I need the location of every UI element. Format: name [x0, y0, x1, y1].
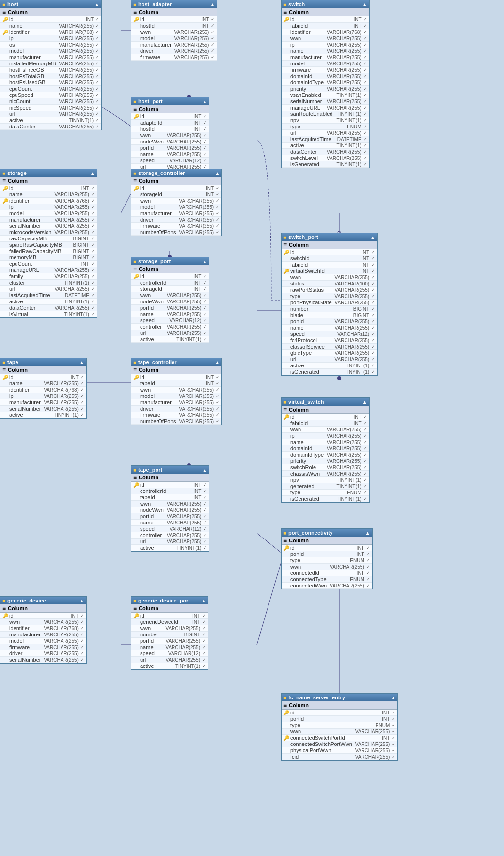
column-header-row: ≡Column: [282, 8, 369, 16]
table-header-fc_name_server_entry[interactable]: ■fc_name_server_entry▲: [282, 694, 397, 701]
table-header-generic_device[interactable]: ■generic_device▲: [0, 597, 86, 604]
table-row: manufacturerVARCHAR(255)✓: [131, 210, 221, 217]
table-header-switch[interactable]: ■switch▲: [282, 0, 369, 8]
col-type: VARCHAR(255): [44, 651, 79, 656]
col-name: type: [290, 124, 344, 129]
table-row: isGeneratedTINYINT(1)✓: [282, 161, 369, 168]
col-type: VARCHAR(255): [327, 446, 362, 451]
col-check: ✓: [203, 482, 207, 487]
col-name: fcid: [290, 754, 352, 760]
table-header-host_port[interactable]: ■host_port▲: [131, 97, 209, 105]
col-type: INT: [382, 710, 390, 715]
table-header-tape_port[interactable]: ■tape_port▲: [131, 466, 209, 474]
expand-icon[interactable]: ▲: [362, 399, 367, 405]
table-header-storage[interactable]: ■storage▲: [0, 169, 97, 177]
table-row: hostIdINT✓: [131, 23, 217, 29]
table-row: tapeIdINT✓: [131, 494, 209, 501]
table-row: manufacturerVARCHAR(255)✓: [0, 399, 86, 406]
table-header-storage_controller[interactable]: ■storage_controller▲: [131, 169, 221, 177]
col-name: firmware: [290, 67, 324, 73]
table-row: speedVARCHAR(12)✓: [282, 331, 377, 337]
col-check: ✓: [80, 632, 84, 637]
expand-icon[interactable]: ▲: [79, 360, 84, 365]
col-check: ✓: [216, 400, 220, 405]
col-type: INT: [357, 571, 364, 576]
pk-icon: 🔑: [284, 545, 289, 551]
table-header-generic_device_port[interactable]: ■generic_device_port▲: [131, 597, 208, 604]
table-icon: ■: [133, 171, 136, 176]
expand-icon[interactable]: ▲: [362, 2, 367, 7]
table-row: lastAcquiredTimeDATETIME✓: [282, 136, 369, 143]
expand-icon[interactable]: ▲: [203, 99, 207, 104]
expand-icon[interactable]: ▲: [94, 2, 99, 7]
pk-icon: 🔑: [133, 375, 139, 380]
column-label: Column: [139, 266, 158, 272]
table-title: port_connectivity: [288, 530, 333, 536]
expand-icon[interactable]: ▲: [215, 360, 220, 365]
col-check: ✓: [95, 99, 99, 104]
table-row: genericDeviceIdINT✓: [131, 619, 208, 625]
column-eq-icon: ≡: [133, 605, 137, 612]
col-type: VARCHAR(255): [335, 338, 370, 343]
column-header-row: ≡Column: [282, 537, 372, 545]
col-name: name: [290, 439, 324, 445]
col-type: VARCHAR(255): [59, 55, 94, 60]
col-type: VARCHAR(255): [167, 312, 202, 317]
table-row: installedMemoryMBVARCHAR(255)✓: [0, 61, 101, 67]
col-check: ✓: [95, 124, 99, 129]
table-title: host_adapter: [138, 1, 172, 7]
expand-icon[interactable]: ▲: [215, 171, 220, 176]
col-type: VARCHAR(255): [54, 205, 89, 210]
table-row: manufacturerVARCHAR(255)✓: [131, 42, 217, 48]
table-row: cpuCountVARCHAR(255)✓: [0, 86, 101, 92]
table-header-tape_controller[interactable]: ■tape_controller▲: [131, 358, 221, 366]
col-check: ✓: [95, 86, 99, 91]
col-type: INT: [357, 552, 364, 557]
col-type: VARCHAR(255): [166, 626, 201, 631]
table-row: urlVARCHAR(255)✓: [131, 539, 209, 545]
col-name: name: [140, 520, 164, 525]
expand-icon[interactable]: ▲: [201, 598, 206, 603]
expand-icon[interactable]: ▲: [203, 259, 207, 264]
col-name: memoryMB: [9, 254, 70, 260]
table-row: osVARCHAR(255)✓: [0, 42, 101, 48]
table-icon: ■: [284, 695, 286, 700]
col-type: VARCHAR(255): [59, 36, 94, 41]
expand-icon[interactable]: ▲: [203, 467, 207, 473]
table-header-switch_port[interactable]: ■switch_port▲: [282, 233, 377, 241]
table-header-tape[interactable]: ■tape▲: [0, 358, 86, 366]
table-row: familyVARCHAR(255)✓: [0, 273, 97, 280]
col-type: INT: [357, 545, 364, 551]
col-name: cluster: [9, 280, 62, 285]
expand-icon[interactable]: ▲: [90, 171, 95, 176]
expand-icon[interactable]: ▲: [370, 235, 375, 240]
expand-icon[interactable]: ▲: [365, 530, 370, 536]
col-check: ✓: [211, 17, 215, 22]
col-name: id: [140, 185, 203, 191]
col-check: ✓: [371, 256, 375, 261]
expand-icon[interactable]: ▲: [391, 695, 395, 700]
col-type: VARCHAR(255): [174, 48, 209, 54]
table-row: lastAcquiredTimeDATETIME✓: [0, 292, 97, 299]
table-header-port_connectivity[interactable]: ■port_connectivity▲: [282, 529, 372, 537]
col-check: ✓: [363, 143, 367, 148]
col-type: VARCHAR(255): [167, 299, 202, 304]
col-name: name: [9, 191, 51, 197]
table-header-storage_port[interactable]: ■storage_port▲: [131, 257, 209, 265]
table-header-host_adapter[interactable]: ■host_adapter▲: [131, 0, 217, 8]
col-check: ✓: [80, 613, 84, 618]
table-header-virtual_switch[interactable]: ■virtual_switch▲: [282, 398, 369, 406]
col-type: ENUM: [376, 723, 390, 728]
expand-icon[interactable]: ▲: [210, 2, 215, 7]
expand-icon[interactable]: ▲: [79, 598, 84, 603]
col-type: VARCHAR(255): [327, 55, 362, 60]
col-check: ✓: [363, 55, 367, 60]
table-header-host[interactable]: ■host▲: [0, 0, 101, 8]
col-type: ENUM: [347, 490, 361, 495]
col-check: ✓: [80, 381, 84, 386]
col-name: nodeWwn: [140, 139, 164, 144]
col-type: VARCHAR(255): [54, 268, 89, 273]
col-check: ✓: [203, 280, 207, 285]
col-type: VARCHAR(12): [169, 526, 201, 532]
table-row: 🔑idINT✓: [131, 482, 209, 488]
